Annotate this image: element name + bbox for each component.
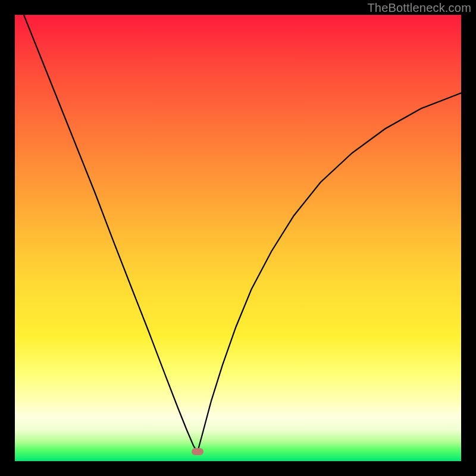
chart-frame: TheBottleneck.com bbox=[0, 0, 476, 476]
curve-left-branch bbox=[24, 15, 198, 452]
watermark-text: TheBottleneck.com bbox=[367, 1, 471, 15]
optimum-marker bbox=[192, 448, 203, 455]
plot-area bbox=[15, 15, 461, 461]
curve-right-branch bbox=[198, 93, 461, 452]
bottleneck-curve bbox=[15, 15, 461, 461]
